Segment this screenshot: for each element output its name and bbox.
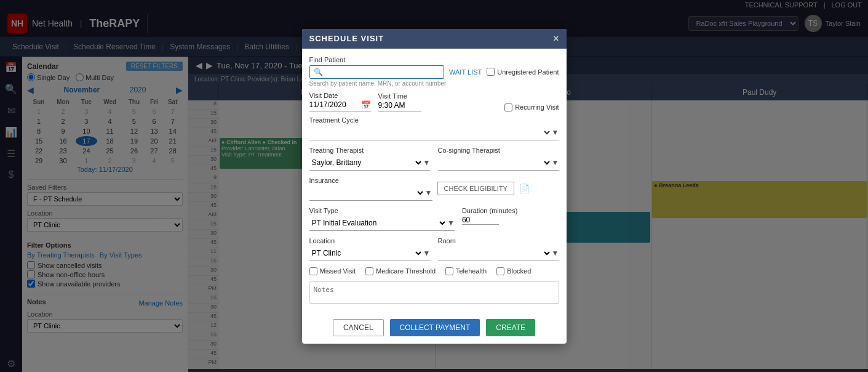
create-button[interactable]: CREATE: [486, 319, 535, 336]
find-patient-label: Find Patient: [309, 56, 559, 63]
medicare-threshold-checkbox[interactable]: Medicare Threshold: [365, 267, 436, 275]
modal-close-button[interactable]: ×: [553, 34, 559, 44]
notes-input[interactable]: [309, 281, 559, 304]
checkboxes-row: Missed Visit Medicare Threshold Teleheal…: [309, 267, 559, 275]
missed-visit-checkbox[interactable]: Missed Visit: [309, 267, 356, 275]
visit-type-select[interactable]: PT Initial Evaluation: [309, 216, 448, 230]
modal-title: SCHEDULE VISIT: [309, 34, 384, 43]
treating-therapist-select[interactable]: Saylor, Brittany: [309, 155, 423, 170]
therapist-row: Treating Therapist Saylor, Brittany ▼ Co…: [309, 147, 559, 171]
collect-payment-button[interactable]: COLLECT PAYMENT: [390, 319, 480, 336]
date-time-row: Visit Date 📅 Visit Time Recurring Visit: [309, 92, 559, 111]
location-select[interactable]: PT Clinic: [309, 246, 423, 261]
visit-date-wrap: 📅: [309, 100, 371, 111]
duration-input[interactable]: [462, 216, 499, 225]
visit-type-row: Visit Type PT Initial Evaluation ▼ Durat…: [309, 207, 559, 231]
telehealth-checkbox[interactable]: Telehealth: [445, 267, 487, 275]
visit-date-group: Visit Date 📅: [309, 92, 371, 111]
cosigning-therapist-wrap: ▼: [438, 155, 559, 171]
insurance-arrow: ▼: [425, 188, 432, 197]
eligibility-doc-icon[interactable]: 📄: [519, 184, 530, 193]
recurring-visit-checkbox[interactable]: Recurring Visit: [504, 103, 559, 111]
find-patient-row: 🔍 WAIT LIST Unregistered Patient: [309, 65, 559, 79]
treatment-cycle-arrow: ▼: [552, 128, 559, 137]
treatment-cycle-label: Treatment Cycle: [309, 116, 559, 124]
calendar-icon[interactable]: 📅: [361, 100, 371, 110]
room-wrap: ▼: [438, 246, 559, 261]
patient-search-input[interactable]: [325, 68, 440, 76]
room-select[interactable]: [438, 246, 552, 261]
cosigning-therapist-arrow: ▼: [552, 158, 559, 167]
room-group: Room ▼: [438, 237, 559, 261]
insurance-select[interactable]: [309, 185, 425, 200]
cosigning-therapist-label: Co-signing Therapist: [438, 147, 559, 154]
location-arrow: ▼: [423, 249, 431, 257]
location-label: Location: [309, 237, 431, 245]
visit-type-group: Visit Type PT Initial Evaluation ▼: [309, 207, 455, 231]
treating-therapist-label: Treating Therapist: [309, 147, 431, 154]
cosigning-therapist-select[interactable]: [438, 155, 552, 170]
visit-date-input[interactable]: [309, 100, 359, 109]
insurance-row: Insurance ▼ CHECK ELIGIBILITY 📄: [309, 177, 559, 201]
treating-therapist-arrow: ▼: [423, 158, 431, 167]
cosigning-therapist-group: Co-signing Therapist ▼: [438, 147, 559, 171]
treatment-cycle-wrap: ▼: [309, 125, 559, 140]
cancel-button[interactable]: CANCEL: [333, 319, 384, 336]
check-eligibility-button[interactable]: CHECK ELIGIBILITY: [437, 182, 514, 195]
treatment-cycle-select[interactable]: [309, 125, 552, 140]
insurance-group: Insurance ▼: [309, 177, 432, 201]
treating-therapist-group: Treating Therapist Saylor, Brittany ▼: [309, 147, 431, 171]
schedule-visit-modal: SCHEDULE VISIT × Find Patient 🔍 WAIT LIS…: [302, 29, 567, 344]
modal-header: SCHEDULE VISIT ×: [302, 29, 567, 49]
location-wrap: PT Clinic ▼: [309, 246, 431, 261]
location-group: Location PT Clinic ▼: [309, 237, 431, 261]
room-arrow: ▼: [552, 249, 559, 257]
treating-therapist-wrap: Saylor, Brittany ▼: [309, 155, 431, 171]
duration-group: Duration (minutes): [462, 207, 559, 231]
visit-type-label: Visit Type: [309, 207, 455, 214]
visit-time-input[interactable]: [378, 101, 421, 111]
modal-overlay[interactable]: SCHEDULE VISIT × Find Patient 🔍 WAIT LIS…: [0, 0, 868, 372]
insurance-label: Insurance: [309, 177, 432, 184]
visit-type-wrap: PT Initial Evaluation ▼: [309, 216, 455, 231]
unregistered-patient-checkbox[interactable]: Unregistered Patient: [487, 68, 559, 76]
visit-time-group: Visit Time: [378, 92, 421, 111]
modal-footer: CANCEL COLLECT PAYMENT CREATE: [302, 313, 567, 344]
modal-body: Find Patient 🔍 WAIT LIST Unregistered Pa…: [302, 49, 567, 313]
visit-type-arrow: ▼: [447, 219, 455, 227]
wait-list-link[interactable]: WAIT LIST: [449, 68, 482, 76]
duration-label: Duration (minutes): [462, 207, 559, 214]
insurance-wrap: ▼: [309, 185, 432, 201]
patient-search-wrap: 🔍: [309, 65, 445, 79]
visit-time-label: Visit Time: [378, 92, 421, 100]
search-hint: Search by patient name, MRN, or account …: [309, 80, 559, 87]
blocked-checkbox[interactable]: Blocked: [496, 267, 531, 275]
location-room-row: Location PT Clinic ▼ Room ▼: [309, 237, 559, 261]
visit-date-label: Visit Date: [309, 92, 371, 99]
search-icon: 🔍: [314, 68, 323, 76]
room-label: Room: [438, 237, 559, 245]
